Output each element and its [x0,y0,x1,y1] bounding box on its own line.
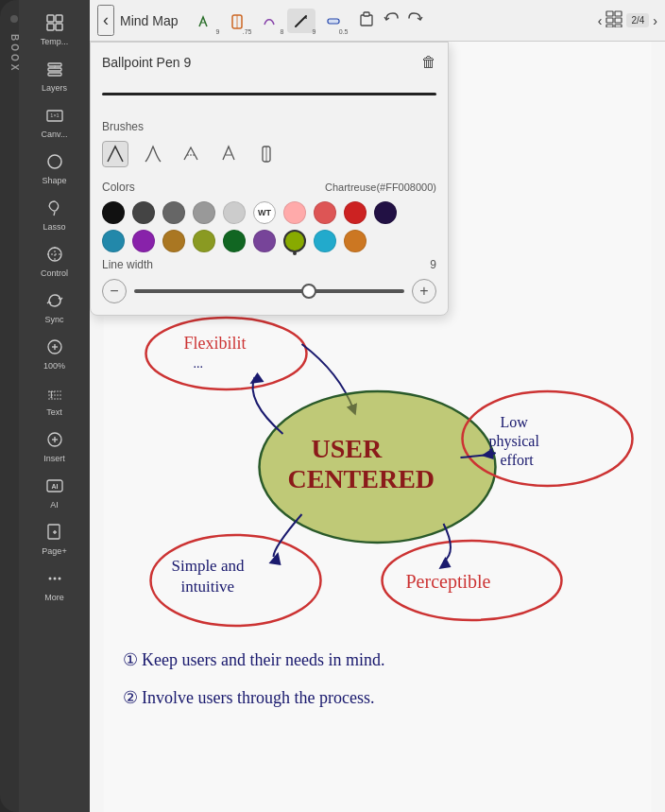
sidebar-label-more: More [44,593,64,602]
color-teal[interactable] [102,230,125,252]
color-darkpurple[interactable] [374,201,397,224]
sidebar-item-template[interactable]: Temp... [26,8,83,52]
sidebar-item-more[interactable]: More [26,563,83,608]
color-black[interactable] [102,201,125,224]
svg-rect-34 [328,19,339,24]
nav-prev[interactable]: ‹ [598,13,603,28]
sidebar-item-canvas[interactable]: 1×1 Canv... [26,100,83,145]
redo-icon[interactable] [406,9,425,32]
slider-row: − + [102,279,436,303]
svg-point-10 [48,155,61,168]
sidebar-label-control: Control [41,268,68,278]
pen-tool-1[interactable]: 9 [191,9,219,33]
colors-row-2 [102,230,436,252]
color-purple[interactable] [132,230,155,252]
ai-icon: AI [45,476,64,498]
color-lightblue[interactable] [314,230,336,252]
svg-text:T: T [48,389,55,400]
pen-tool-4[interactable]: 9 [287,9,315,33]
svg-rect-36 [364,12,369,16]
svg-text:physical: physical [489,433,540,450]
pen-tool-5[interactable]: 0.5 [319,9,348,33]
linewidth-value: 9 [430,258,436,271]
brush-tapered[interactable] [140,141,166,167]
sidebar-label-shape: Shape [42,176,66,185]
brush-highlight[interactable] [178,141,204,167]
lasso-icon [45,199,64,220]
sidebar-item-page-plus[interactable]: Page+ [26,517,83,561]
brush-solid[interactable] [102,141,128,167]
color-lightpink[interactable] [283,201,306,224]
sidebar-item-lasso[interactable]: Lasso [26,193,83,237]
svg-text:① Keep users and their needs i: ① Keep users and their needs in mind. [123,650,385,669]
svg-point-31 [58,578,60,580]
sidebar-item-shape[interactable]: Shape [26,147,83,191]
color-brown[interactable] [162,230,185,252]
brushes-section-label: Brushes [102,120,436,133]
canvas-icon: 1×1 [45,106,64,128]
svg-rect-40 [615,18,622,23]
nav-next[interactable]: › [653,13,657,28]
brush-pen[interactable] [215,141,242,167]
sidebar-item-zoom[interactable]: 100% [26,332,83,376]
width-slider-thumb[interactable] [301,284,316,299]
color-salmon[interactable] [314,201,336,224]
color-darkgray[interactable] [132,201,155,224]
svg-text:effort: effort [501,452,535,468]
svg-rect-6 [48,73,61,76]
svg-text:Low: Low [501,414,529,430]
sidebar-label-insert: Insert [43,454,65,463]
color-olive[interactable] [193,230,215,252]
sidebar-item-sync[interactable]: Sync [26,285,83,330]
increase-width-button[interactable]: + [412,279,436,303]
svg-text:② Involve users through the pr: ② Involve users through the process. [123,688,375,707]
brush-marker[interactable] [253,141,280,167]
sidebar-item-ai[interactable]: AI AI [26,471,83,515]
color-violet[interactable] [253,230,276,252]
color-chartreuse[interactable] [283,230,306,252]
decrease-width-button[interactable]: − [102,279,127,303]
color-medgray[interactable] [162,201,185,224]
grid-icon[interactable] [605,10,622,30]
pen-tool-3[interactable]: 8 [255,9,283,33]
svg-text:...: ... [194,356,204,371]
svg-point-29 [48,578,51,580]
width-slider-track[interactable] [134,289,404,293]
back-button[interactable]: ‹ [97,5,114,36]
svg-rect-1 [56,15,62,22]
color-white[interactable]: WT [253,201,276,224]
sidebar-item-text[interactable]: T Text [26,378,83,423]
canvas-area[interactable]: UNIVER The design s to people wi accommo… [90,42,665,812]
color-darkgreen[interactable] [223,230,246,252]
svg-text:1×1: 1×1 [50,112,59,118]
preview-line [102,93,436,95]
page-indicator: 2/4 [626,13,649,27]
zoom-icon [45,337,64,359]
svg-text:USER: USER [312,434,383,463]
paste-icon[interactable] [357,9,376,32]
left-sidebar: Temp... 2 Layers 1×1 Canv... [19,0,90,812]
undo-icon[interactable] [382,9,401,32]
color-gray[interactable] [193,201,215,224]
colors-label: Colors [102,181,135,194]
svg-rect-2 [47,24,54,30]
delete-button[interactable]: 🗑 [421,54,436,71]
current-color-name: Chartreuse(#FF008000) [325,181,436,193]
device-dot [10,15,18,23]
sidebar-label-page-plus: Page+ [42,546,66,556]
svg-text:AI: AI [51,483,58,490]
sidebar-label-ai: AI [50,500,59,510]
sidebar-item-layers[interactable]: 2 Layers [26,54,83,98]
sidebar-item-insert[interactable]: Insert [26,424,83,469]
svg-rect-0 [47,15,54,22]
color-red[interactable] [344,201,367,224]
pen-tool-2[interactable]: .75 [223,9,251,33]
color-sienna[interactable] [344,230,367,252]
boox-logo: BOOX [9,34,20,73]
sidebar-label-lasso: Lasso [43,222,65,232]
color-lightgray[interactable] [223,201,246,224]
sidebar-item-control[interactable]: Control [26,239,83,284]
device-frame: BOOX Temp... 2 [0,0,665,812]
svg-text:Perceptible: Perceptible [406,571,491,593]
main-content: ‹ Mind Map 9 .75 [90,0,665,812]
